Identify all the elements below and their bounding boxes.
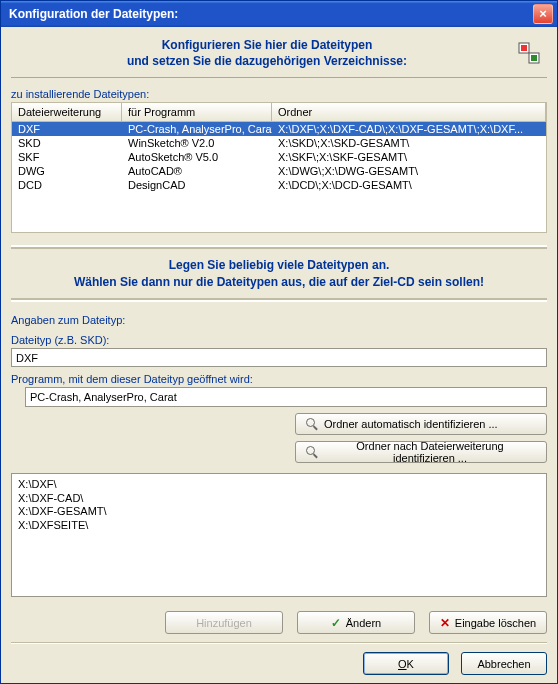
- filetype-input[interactable]: [11, 348, 547, 368]
- cell-prog: PC-Crash, AnalyserPro, Carat: [122, 122, 272, 136]
- cell-folder: X:\DCD\;X:\DCD-GESAMT\: [272, 178, 546, 192]
- svg-rect-2: [521, 45, 527, 51]
- magnifier-icon: [306, 446, 318, 458]
- table-row[interactable]: SKFAutoSketch® V5.0X:\SKF\;X:\SKF-GESAMT…: [12, 150, 546, 164]
- dialog-window: Konfiguration der Dateitypen: × Konfigur…: [0, 0, 558, 684]
- action-row: Hinzufügen ✓ Ändern ✕ Eingabe löschen: [11, 611, 547, 634]
- info-strip: Legen Sie beliebig viele Dateitypen an. …: [11, 245, 547, 301]
- cancel-button[interactable]: Abbrechen: [461, 652, 547, 675]
- cell-ext: DWG: [12, 164, 122, 178]
- cell-prog: DesignCAD: [122, 178, 272, 192]
- close-button[interactable]: ×: [533, 4, 553, 24]
- cell-prog: WinSketch® V2.0: [122, 136, 272, 150]
- dialog-buttons: OK Abbrechen: [11, 652, 547, 675]
- cell-prog: AutoSketch® V5.0: [122, 150, 272, 164]
- info-line1: Legen Sie beliebig viele Dateitypen an.: [19, 257, 539, 273]
- program-field-label: Programm, mit dem dieser Dateityp geöffn…: [11, 373, 547, 385]
- modify-button[interactable]: ✓ Ändern: [297, 611, 415, 634]
- table-row[interactable]: DCDDesignCADX:\DCD\;X:\DCD-GESAMT\: [12, 178, 546, 192]
- detail-section-label: Angaben zum Dateityp:: [11, 314, 547, 326]
- identify-by-extension-button[interactable]: Ordner nach Dateierweiterung identifizie…: [295, 441, 547, 463]
- titlebar: Konfiguration der Dateitypen: ×: [1, 1, 557, 27]
- list-header: Dateierweiterung für Programm Ordner: [12, 103, 546, 122]
- add-button: Hinzufügen: [165, 611, 283, 634]
- cell-ext: SKF: [12, 150, 122, 164]
- ok-label-rest: K: [407, 658, 414, 670]
- header-text: Konfigurieren Sie hier die Dateitypen un…: [17, 37, 517, 69]
- folder-list-box[interactable]: X:\DXF\ X:\DXF-CAD\ X:\DXF-GESAMT\ X:\DX…: [11, 473, 547, 597]
- header-banner: Konfigurieren Sie hier die Dateitypen un…: [11, 33, 547, 78]
- info-line2: Wählen Sie dann nur die Dateitypen aus, …: [19, 274, 539, 290]
- cell-ext: DCD: [12, 178, 122, 192]
- cell-prog: AutoCAD®: [122, 164, 272, 178]
- table-row[interactable]: DXFPC-Crash, AnalyserPro, CaratX:\DXF\;X…: [12, 122, 546, 136]
- delete-label: Eingabe löschen: [455, 617, 536, 629]
- cell-ext: SKD: [12, 136, 122, 150]
- content-area: Konfigurieren Sie hier die Dateitypen un…: [1, 27, 557, 683]
- add-label: Hinzufügen: [196, 617, 252, 629]
- auto-identify-folder-button[interactable]: Ordner automatisch identifizieren ...: [295, 413, 547, 435]
- filetype-field-label: Dateityp (z.B. SKD):: [11, 334, 547, 346]
- header-line1: Konfigurieren Sie hier die Dateitypen: [17, 37, 517, 53]
- svg-rect-3: [531, 55, 537, 61]
- cell-folder: X:\SKD\;X:\SKD-GESAMT\: [272, 136, 546, 150]
- table-row[interactable]: DWGAutoCAD®X:\DWG\;X:\DWG-GESAMT\: [12, 164, 546, 178]
- magnifier-icon: [306, 418, 318, 430]
- cell-ext: DXF: [12, 122, 122, 136]
- ok-button[interactable]: OK: [363, 652, 449, 675]
- list-body[interactable]: DXFPC-Crash, AnalyserPro, CaratX:\DXF\;X…: [12, 122, 546, 232]
- separator: [11, 642, 547, 644]
- program-input[interactable]: [25, 387, 547, 407]
- filetype-list[interactable]: Dateierweiterung für Programm Ordner DXF…: [11, 102, 547, 233]
- table-row[interactable]: SKDWinSketch® V2.0X:\SKD\;X:\SKD-GESAMT\: [12, 136, 546, 150]
- header-line2: und setzen Sie die dazugehörigen Verzeic…: [17, 53, 517, 69]
- col-header-ext[interactable]: Dateierweiterung: [12, 103, 122, 121]
- identify-by-ext-label: Ordner nach Dateierweiterung identifizie…: [324, 440, 536, 464]
- config-icon: [517, 41, 541, 65]
- auto-identify-label: Ordner automatisch identifizieren ...: [324, 418, 498, 430]
- x-icon: ✕: [440, 616, 450, 630]
- modify-label: Ändern: [346, 617, 381, 629]
- cell-folder: X:\DXF\;X:\DXF-CAD\;X:\DXF-GESAMT\;X:\DX…: [272, 122, 546, 136]
- col-header-folder[interactable]: Ordner: [272, 103, 546, 121]
- window-title: Konfiguration der Dateitypen:: [9, 7, 533, 21]
- col-header-prog[interactable]: für Programm: [122, 103, 272, 121]
- delete-button[interactable]: ✕ Eingabe löschen: [429, 611, 547, 634]
- check-icon: ✓: [331, 616, 341, 630]
- cell-folder: X:\SKF\;X:\SKF-GESAMT\: [272, 150, 546, 164]
- install-types-label: zu installierende Dateitypen:: [11, 88, 547, 100]
- cell-folder: X:\DWG\;X:\DWG-GESAMT\: [272, 164, 546, 178]
